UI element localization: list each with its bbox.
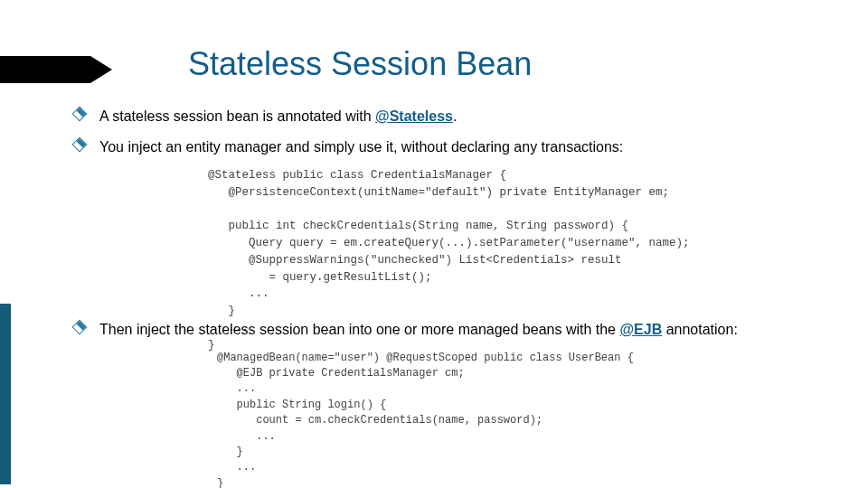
bullet-1-text-pre: A stateless session bean is annotated wi… (99, 108, 375, 124)
bullet-2: You inject an entity manager and simply … (72, 137, 814, 157)
code-block-2: @ManagedBean(name="user") @RequestScoped… (217, 351, 814, 488)
decor-bar-arrow (90, 56, 112, 83)
bullet-icon (72, 320, 88, 335)
decor-bar (0, 56, 90, 83)
decor-side-bar (0, 304, 11, 484)
bullet-3-annotation: @EJB (619, 322, 662, 337)
bullet-3-text-pre: Then inject the stateless session bean i… (99, 322, 619, 337)
slide-title: Stateless Session Bean (188, 45, 532, 83)
bullet-3-wrap: Then inject the stateless session bean i… (72, 318, 814, 488)
bullet-icon (72, 107, 88, 122)
bullet-1-annotation: @Stateless (375, 108, 453, 124)
bullet-1-text-post: . (453, 108, 457, 124)
bullet-3-text-post: annotation: (662, 322, 738, 337)
bullet-icon (72, 136, 88, 152)
bullet-1: A stateless session bean is annotated wi… (72, 107, 814, 127)
bullet-3: Then inject the stateless session bean i… (72, 320, 814, 340)
bullet-2-text: You inject an entity manager and simply … (99, 139, 623, 155)
slide: Stateless Session Bean A stateless sessi… (0, 0, 868, 488)
